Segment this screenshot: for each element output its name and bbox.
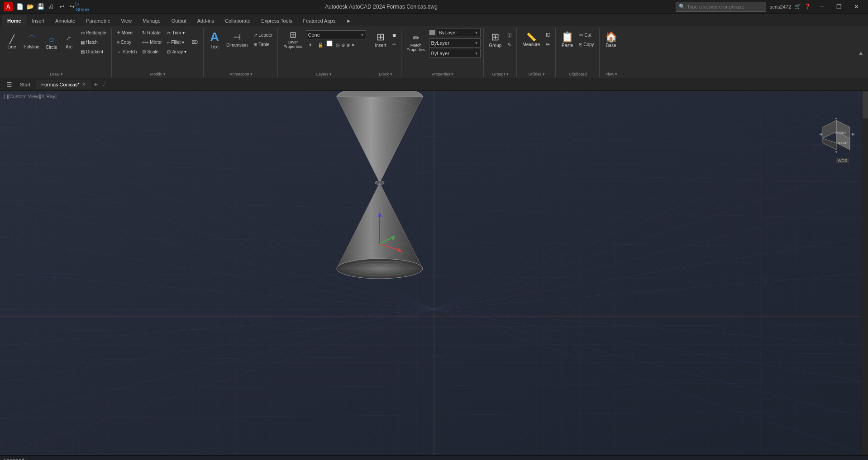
tab-annotate[interactable]: Annotate xyxy=(50,15,81,26)
tab-home[interactable]: Home xyxy=(2,15,27,26)
new-tab-button[interactable]: + xyxy=(91,80,101,90)
tab-featuredapps[interactable]: Featured Apps xyxy=(298,15,341,26)
minimize-button[interactable]: ─ xyxy=(814,0,830,14)
tab-more[interactable]: ► xyxy=(341,15,357,26)
line-label: Line xyxy=(8,44,16,49)
ribbon-content: ╱ Line ⌒ Polyline ○ Circle ◜ Arc ▭Rectan… xyxy=(0,26,868,78)
undo-icon[interactable]: ↩ xyxy=(57,2,66,11)
fillet-button[interactable]: ⌐Fillet ▾ xyxy=(165,38,189,47)
tab-collaborate[interactable]: Collaborate xyxy=(219,15,256,26)
copy-button[interactable]: ⎘Copy xyxy=(114,38,139,47)
move-button[interactable]: ✛Move xyxy=(114,28,139,37)
create-block-button[interactable]: ◼ xyxy=(390,31,398,40)
trim-button[interactable]: ✂Trim ▾ xyxy=(165,28,189,37)
svg-text:▶: ▶ xyxy=(852,132,854,136)
print-icon[interactable]: 🖨 xyxy=(47,2,56,11)
del-icon[interactable]: ✕ xyxy=(351,43,355,47)
tab-formas[interactable]: Formas Conicas* ✕ xyxy=(36,80,91,89)
linetype-dropdown[interactable]: ByLayer ▼ xyxy=(429,38,481,47)
lineweight-dropdown[interactable]: ByLayer ▼ xyxy=(429,49,481,58)
base-button[interactable]: 🏠 Base xyxy=(602,28,620,52)
mirror-button[interactable]: ⟺Mirror xyxy=(140,38,164,47)
copybase-icon: ⎘ xyxy=(579,42,582,47)
tab-parametric[interactable]: Parametric xyxy=(81,15,115,26)
text-button[interactable]: A Text xyxy=(206,28,223,52)
tab-manage[interactable]: Manage xyxy=(137,15,166,26)
redo-icon[interactable]: ↪ xyxy=(67,2,76,11)
user-account[interactable]: scris2472 xyxy=(770,4,791,9)
array-button[interactable]: ⊟Array ▾ xyxy=(165,47,189,56)
polyline-button[interactable]: ⌒ Polyline xyxy=(21,30,42,54)
erase-button[interactable]: ⌦ xyxy=(190,38,200,47)
tab-addins[interactable]: Add-ins xyxy=(192,15,219,26)
tab-output[interactable]: Output xyxy=(166,15,192,26)
draw-group: ╱ Line ⌒ Polyline ○ Circle ◜ Arc ▭Rectan… xyxy=(2,28,112,77)
tab-expresstools[interactable]: Express Tools xyxy=(256,15,297,26)
tab-formas-close[interactable]: ✕ xyxy=(82,82,86,87)
match-props-button[interactable]: ✏ MatchProperties xyxy=(404,31,428,55)
tab-view[interactable]: View xyxy=(115,15,137,26)
ungroup-button[interactable]: ◫ xyxy=(505,31,514,40)
titlebar-tools: 📄 📂 💾 🖨 ↩ ↪ ▷ Share xyxy=(15,2,87,11)
new-icon[interactable]: 📄 xyxy=(15,2,24,11)
help-icon[interactable]: ❓ xyxy=(805,4,811,9)
layers-group-content: ⊞ LayerProperties Cone ▼ ☀ 🔓 xyxy=(281,28,366,77)
insert-button[interactable]: ⊞ Insert xyxy=(372,28,389,52)
viewport-label[interactable]: [-][Custom View][X-Ray] xyxy=(4,94,57,99)
props-row: ✏ MatchProperties ByLayer ▼ ByLayer xyxy=(404,28,481,58)
iso-icon[interactable]: ⊕ xyxy=(341,43,345,47)
layer-dropdown-arrow: ▼ xyxy=(361,33,364,37)
utilities-group-content: 📏 Measure ID ☷ xyxy=(520,28,553,77)
leader-button[interactable]: ↗Leader xyxy=(251,31,275,40)
layer-properties-button[interactable]: ⊞ LayerProperties xyxy=(281,28,305,52)
calc-icon: ☷ xyxy=(546,42,550,47)
tab-start[interactable]: Start xyxy=(14,80,36,89)
rotate-button[interactable]: ↻Rotate xyxy=(140,28,164,37)
search-input[interactable] xyxy=(687,4,750,9)
collapse-ribbon-button[interactable]: ▲ xyxy=(855,48,866,57)
viewport-scrollbar[interactable] xyxy=(862,91,868,455)
cut-button[interactable]: ✂Cut xyxy=(577,31,596,40)
vis-icon[interactable]: ◎ xyxy=(336,43,340,47)
tab-insert[interactable]: Insert xyxy=(27,15,50,26)
group-edit-button[interactable]: ✎ xyxy=(505,40,514,49)
viewport[interactable]: [-][Custom View][X-Ray] xyxy=(0,91,868,455)
tab-formas-label: Formas Conicas* xyxy=(41,82,79,87)
stretch-button[interactable]: ↔Stretch xyxy=(114,47,139,56)
open-icon[interactable]: 📂 xyxy=(26,2,35,11)
layer-name-dropdown[interactable]: Cone ▼ xyxy=(306,30,367,39)
merge-icon[interactable]: ⊗ xyxy=(346,43,350,47)
command-output: Command: Command: Command: Specify oppos… xyxy=(0,456,868,460)
id-button[interactable]: ID xyxy=(544,31,553,40)
cart-icon[interactable]: 🛒 xyxy=(795,4,801,9)
freeze-layer-button[interactable]: ☀ xyxy=(306,40,315,49)
share-button[interactable]: ▷ Share xyxy=(78,2,87,11)
save-icon[interactable]: 💾 xyxy=(36,2,45,11)
dimension-button[interactable]: ⊣ Dimension xyxy=(224,28,250,52)
restore-button[interactable]: ❐ xyxy=(831,0,847,14)
arc-label: Arc xyxy=(66,44,72,49)
color-dropdown[interactable]: ByLayer ▼ xyxy=(437,28,481,37)
scroll-thumb[interactable] xyxy=(863,91,868,119)
circle-button[interactable]: ○ Circle xyxy=(43,30,60,54)
table-icon: ⊞ xyxy=(253,42,257,47)
close-button[interactable]: ✕ xyxy=(848,0,864,14)
gradient-button[interactable]: ▤Gradient xyxy=(78,47,109,56)
table-button[interactable]: ⊞Table xyxy=(251,40,275,49)
paste-button[interactable]: 📋 Paste xyxy=(558,28,576,52)
color-swatch[interactable] xyxy=(326,40,333,47)
scale-button[interactable]: ⊞Scale xyxy=(140,47,164,56)
edit-block-button[interactable]: ✏ xyxy=(390,40,398,49)
lock-layer-button[interactable]: 🔓 xyxy=(315,40,325,49)
measure-button[interactable]: 📏 Measure xyxy=(520,28,543,52)
group-button[interactable]: ⊞ Group xyxy=(486,28,505,52)
hatch-button[interactable]: ▦Hatch xyxy=(78,38,109,47)
rectangle-button[interactable]: ▭Rectangle xyxy=(78,28,109,37)
viewcube[interactable]: FRONT RIGHT ▼ ▶ ▲ ◀ xyxy=(818,118,854,154)
calc-button[interactable]: ☷ xyxy=(544,40,553,49)
search-box[interactable]: 🔍 xyxy=(676,2,766,12)
line-button[interactable]: ╱ Line xyxy=(4,30,20,54)
arc-button[interactable]: ◜ Arc xyxy=(61,30,77,54)
copybase-button[interactable]: ⎘Copy xyxy=(577,40,596,49)
tabs-menu-button[interactable]: ☰ xyxy=(4,79,14,90)
